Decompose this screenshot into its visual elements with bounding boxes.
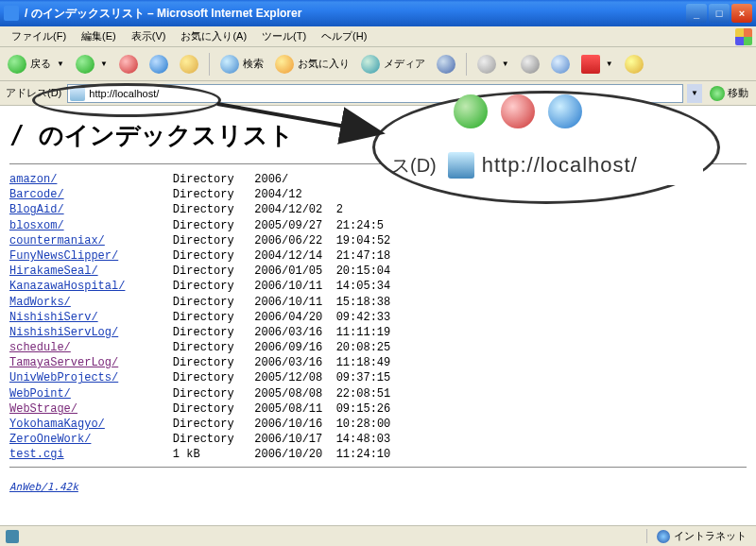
listing-link[interactable]: MadWorks/: [9, 296, 71, 309]
textsize-button[interactable]: ▼: [577, 51, 617, 77]
divider: [9, 163, 747, 164]
print-button[interactable]: [517, 51, 543, 77]
listing-link[interactable]: schedule/: [9, 341, 71, 354]
listing-link[interactable]: NishishiServ/: [9, 311, 98, 324]
minimize-button[interactable]: _: [686, 4, 707, 23]
print-icon: [521, 55, 540, 74]
listing-link[interactable]: WebPoint/: [9, 387, 71, 401]
listing-link[interactable]: TamayaServerLog/: [9, 356, 118, 369]
address-bar: アドレス(D) ▼ 移動: [0, 81, 756, 106]
chevron-down-icon[interactable]: ▼: [57, 60, 64, 68]
menu-edit[interactable]: 編集(E): [74, 27, 124, 45]
mail-button[interactable]: ▼: [473, 51, 513, 77]
back-icon: [8, 55, 26, 74]
listing-link[interactable]: HirakameSeal/: [9, 264, 98, 278]
ie-icon: [4, 6, 19, 21]
intranet-icon: [657, 530, 670, 543]
page-heading: / のインデックスリスト: [9, 119, 747, 152]
listing-link[interactable]: test.cgi: [9, 448, 64, 461]
address-label: アドレス(D): [4, 86, 63, 100]
go-button[interactable]: 移動: [706, 86, 752, 101]
history-button[interactable]: [433, 51, 459, 77]
windows-logo-icon: [735, 28, 752, 45]
page-icon: [70, 86, 85, 101]
window-title: / のインデックスリスト – Microsoft Internet Explor…: [25, 6, 684, 22]
stop-icon: [119, 55, 138, 74]
listing-link[interactable]: UnivWebProjects/: [9, 371, 118, 384]
star-icon: [275, 55, 294, 74]
messenger-button[interactable]: [621, 51, 647, 77]
favorites-button[interactable]: お気に入り: [271, 51, 353, 77]
window-titlebar: / のインデックスリスト – Microsoft Internet Explor…: [0, 0, 756, 26]
security-zone[interactable]: イントラネット: [646, 529, 756, 543]
server-signature-link[interactable]: AnWeb/1.42k: [9, 481, 78, 493]
menu-view[interactable]: 表示(V): [124, 27, 174, 45]
search-button[interactable]: 検索: [216, 51, 267, 77]
refresh-icon: [149, 55, 168, 74]
separator: [466, 53, 467, 76]
separator: [209, 53, 210, 76]
menu-help[interactable]: ヘルプ(H): [314, 27, 374, 45]
page-content: / のインデックスリスト amazon/ Directory 2006/ Bar…: [0, 106, 756, 525]
menu-tools[interactable]: ツール(T): [254, 27, 314, 45]
listing-link[interactable]: countermaniax/: [9, 234, 105, 247]
listing-link[interactable]: KanazawaHospital/: [9, 280, 125, 293]
forward-icon: [76, 55, 94, 74]
chevron-down-icon[interactable]: ▼: [100, 60, 108, 68]
media-button[interactable]: メディア: [357, 51, 429, 77]
listing-link[interactable]: WebStrage/: [9, 402, 77, 416]
home-button[interactable]: [176, 51, 202, 77]
textsize-icon: [581, 55, 600, 74]
mail-icon: [477, 55, 496, 74]
address-field[interactable]: [67, 84, 683, 103]
divider: [9, 467, 747, 468]
stop-button[interactable]: [115, 51, 142, 77]
listing-link[interactable]: BlogAid/: [9, 203, 64, 216]
listing-link[interactable]: YokohamaKagyo/: [9, 418, 105, 431]
directory-listing: amazon/ Directory 2006/ Barcode/ Directo…: [9, 172, 747, 463]
listing-link[interactable]: amazon/: [9, 173, 57, 186]
address-dropdown[interactable]: ▼: [687, 84, 702, 103]
back-button[interactable]: 戻る ▼: [4, 51, 68, 77]
menu-bar: ファイル(F) 編集(E) 表示(V) お気に入り(A) ツール(T) ヘルプ(…: [0, 26, 756, 47]
history-icon: [437, 55, 455, 74]
status-bar: イントラネット: [0, 525, 756, 546]
menu-favorites[interactable]: お気に入り(A): [173, 27, 254, 45]
forward-button[interactable]: ▼: [72, 51, 112, 77]
listing-link[interactable]: Barcode/: [9, 188, 64, 201]
listing-link[interactable]: FunyNewsClipper/: [9, 249, 118, 263]
messenger-icon: [625, 55, 644, 74]
refresh-button[interactable]: [146, 51, 172, 77]
toolbar: 戻る ▼ ▼ 検索 お気に入り メディア ▼ ▼: [0, 47, 756, 81]
address-input[interactable]: [89, 88, 680, 99]
close-button[interactable]: ×: [731, 4, 752, 23]
go-icon: [710, 86, 725, 101]
listing-link[interactable]: blosxom/: [9, 219, 64, 232]
status-page-icon: [6, 530, 19, 543]
maximize-button[interactable]: □: [709, 4, 730, 23]
search-icon: [220, 55, 239, 74]
status-left: [0, 530, 646, 543]
listing-link[interactable]: NishishiServLog/: [9, 326, 118, 339]
edit-icon: [551, 55, 570, 74]
media-icon: [361, 55, 380, 74]
edit-button[interactable]: [547, 51, 574, 77]
listing-link[interactable]: ZeroOneWork/: [9, 433, 91, 446]
server-signature-line: AnWeb/1.42k: [9, 481, 747, 493]
menu-file[interactable]: ファイル(F): [4, 27, 74, 45]
home-icon: [180, 55, 198, 74]
